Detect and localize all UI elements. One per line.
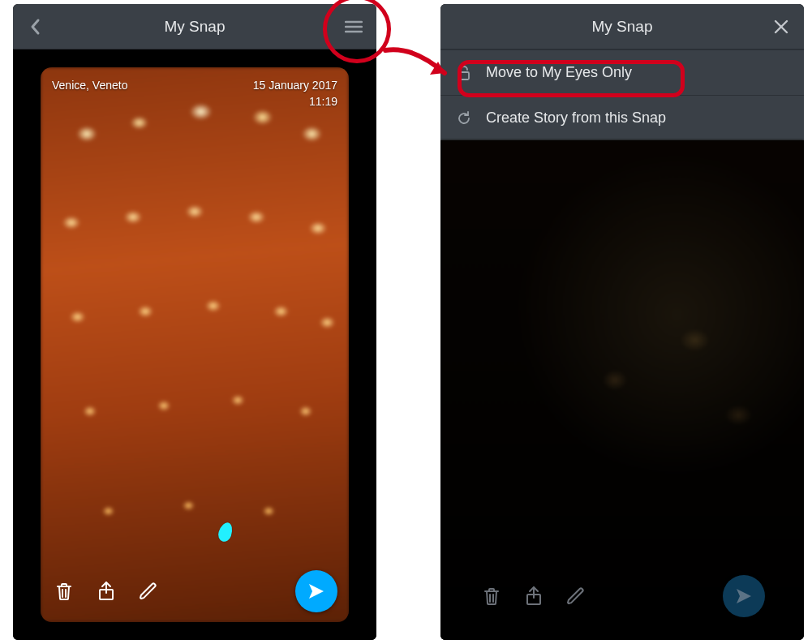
back-button[interactable] [13,4,58,49]
menu-item-my-eyes-only[interactable]: Move to My Eyes Only [440,49,804,95]
send-icon [734,586,754,606]
export-button[interactable] [94,579,118,603]
snap-photo-dimmed [440,140,804,640]
share-icon [97,581,115,602]
edit-button[interactable] [564,584,588,608]
svg-rect-8 [459,72,469,79]
delete-button[interactable] [52,579,76,603]
snap-photo[interactable]: Venice, Veneto 15 January 2017 11:19 [41,67,349,622]
phone-right: My Snap Move to My Eyes Only [440,4,804,640]
pencil-icon [139,582,158,601]
edit-button[interactable] [136,579,161,603]
action-menu: Move to My Eyes Only Create Story from t… [440,49,804,140]
page-title: My Snap [165,18,226,36]
send-button[interactable] [723,575,765,617]
close-icon [774,19,788,34]
trash-icon [483,586,501,606]
export-button[interactable] [522,584,546,608]
page-title: My Snap [592,18,653,36]
topbar: My Snap [440,4,804,49]
menu-button[interactable] [331,4,376,49]
menu-item-create-story[interactable]: Create Story from this Snap [440,95,804,140]
pencil-icon [566,586,586,606]
lock-icon [455,65,473,81]
hamburger-icon [345,20,363,33]
send-icon [307,582,326,601]
phone-left: My Snap Venice, Veneto 15 January 2017 1… [13,4,376,640]
share-icon [525,586,543,607]
close-button[interactable] [758,4,804,49]
topbar: My Snap [13,4,376,49]
menu-item-label: Move to My Eyes Only [486,64,632,81]
refresh-icon [455,110,473,127]
menu-item-label: Create Story from this Snap [486,109,666,127]
send-button[interactable] [295,570,337,612]
trash-icon [55,582,73,601]
delete-button[interactable] [479,584,504,608]
